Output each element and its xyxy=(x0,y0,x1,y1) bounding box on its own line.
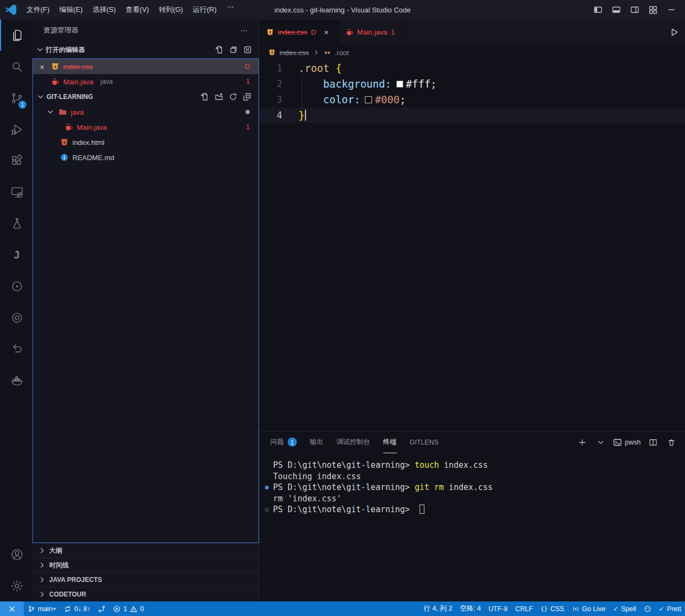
section-codetour[interactable]: CODETOUR xyxy=(32,587,259,601)
indentation-setting[interactable]: 空格: 4 xyxy=(456,601,485,616)
terminal-line: Touching index.css xyxy=(273,471,685,482)
activity-account[interactable] xyxy=(0,539,32,570)
close-editor-icon[interactable]: × xyxy=(37,62,47,71)
menu-more[interactable]: ⋯ xyxy=(221,3,239,17)
toggle-sidebar-button[interactable] xyxy=(590,3,606,17)
activity-testing[interactable] xyxy=(0,208,32,239)
color-swatch-white[interactable] xyxy=(396,81,403,88)
terminal-profile-dropdown[interactable] xyxy=(595,436,607,449)
close-tab-icon[interactable]: × xyxy=(321,27,332,37)
kill-terminal-button[interactable] xyxy=(665,436,677,449)
breadcrumb-file[interactable]: index.css xyxy=(280,49,309,57)
scm-graph-button[interactable] xyxy=(94,601,109,616)
go-live-button[interactable]: Go Live xyxy=(568,601,609,616)
toggle-panel-button[interactable] xyxy=(608,3,624,17)
folder-name: java xyxy=(71,108,84,116)
new-file-icon xyxy=(215,45,224,54)
project-section-header[interactable]: GIT-LEARNING xyxy=(33,89,258,104)
codetour-arrow-icon xyxy=(10,342,24,356)
extension-status-button[interactable] xyxy=(640,601,655,616)
close-all-editors-button[interactable] xyxy=(241,44,254,56)
activity-gradle[interactable] xyxy=(0,270,32,302)
section-outline[interactable]: 大纲 xyxy=(32,543,259,558)
activity-extensions[interactable] xyxy=(0,145,32,176)
activity-record[interactable] xyxy=(0,302,32,333)
spell-checker-status[interactable]: ✓ Spell xyxy=(609,601,640,616)
code-editor[interactable]: 1 .root { 2 background : #fff ; 3 color … xyxy=(260,61,685,431)
sync-status[interactable]: 0↓ 8↑ xyxy=(60,601,94,616)
tree-file-index-html[interactable]: 5 index.html xyxy=(33,135,258,150)
section-java-projects[interactable]: JAVA PROJECTS xyxy=(32,572,259,587)
indent-guide xyxy=(298,76,323,92)
activity-codetour[interactable] xyxy=(0,333,32,365)
encoding-label: UTF-8 xyxy=(489,605,508,613)
explorer-icon xyxy=(10,29,24,42)
collapse-folders-button[interactable] xyxy=(241,91,253,103)
error-count: 1 xyxy=(123,605,127,613)
menu-goto[interactable]: 转到(G) xyxy=(154,3,188,17)
new-untitled-file-button[interactable] xyxy=(213,44,225,56)
open-editor-index-css[interactable]: × 3 index.css D xyxy=(33,59,258,74)
tab-main-java[interactable]: Main.java 1 xyxy=(339,19,402,44)
panel-tab-debug-console[interactable]: 调试控制台 xyxy=(336,432,370,453)
toggle-secondary-sidebar-button[interactable] xyxy=(627,3,643,17)
new-file-button[interactable] xyxy=(198,91,211,103)
tab-index-css[interactable]: 3 index.css D × xyxy=(260,19,339,44)
language-mode[interactable]: {} CSS xyxy=(537,601,568,616)
problems-badge: 1 xyxy=(246,123,250,131)
menu-view[interactable]: 查看(V) xyxy=(121,3,154,17)
open-editors-header[interactable]: 打开的编辑器 xyxy=(32,41,259,58)
minimize-button[interactable] xyxy=(663,3,680,17)
branch-status[interactable]: main+ xyxy=(24,601,60,616)
chevron-right-icon xyxy=(38,561,46,569)
prettier-status[interactable]: ✓ Prett xyxy=(655,601,685,616)
css-property-token: background xyxy=(323,76,385,92)
activity-settings[interactable] xyxy=(0,570,32,601)
activity-source-control[interactable]: 1 xyxy=(0,82,32,114)
activity-explorer[interactable] xyxy=(0,19,32,51)
split-terminal-button[interactable] xyxy=(647,436,659,449)
customize-layout-button[interactable] xyxy=(645,3,661,17)
tree-file-readme[interactable]: README.md xyxy=(33,150,258,165)
run-file-button[interactable] xyxy=(663,19,685,44)
menu-run[interactable]: 运行(R) xyxy=(188,3,221,17)
color-swatch-black[interactable] xyxy=(365,96,372,103)
panel-tab-problems[interactable]: 问题 1 xyxy=(270,432,297,453)
breadcrumb-symbol[interactable]: .root xyxy=(335,49,349,57)
activity-search[interactable] xyxy=(0,51,32,82)
tree-folder-java[interactable]: java xyxy=(33,104,258,120)
menu-edit[interactable]: 编辑(E) xyxy=(55,3,88,17)
menu-file[interactable]: 文件(F) xyxy=(22,3,55,17)
save-all-button[interactable] xyxy=(227,44,240,56)
menu-selection[interactable]: 选择(S) xyxy=(88,3,121,17)
encoding-setting[interactable]: UTF-8 xyxy=(485,601,511,616)
sidebar-more-actions[interactable]: ⋯ xyxy=(238,24,250,37)
problems-status[interactable]: 1 0 xyxy=(109,601,148,616)
new-terminal-button[interactable] xyxy=(576,436,589,449)
terminal-instance-pwsh[interactable]: pwsh xyxy=(613,438,641,447)
menubar: 文件(F) 编辑(E) 选择(S) 查看(V) 转到(G) 运行(R) ⋯ xyxy=(22,3,239,17)
open-editor-main-java[interactable]: Main.java java 1 xyxy=(33,74,258,89)
new-folder-button[interactable] xyxy=(212,91,225,103)
cursor-position[interactable]: 行 4, 列 2 xyxy=(420,601,456,616)
activity-remote-explorer[interactable] xyxy=(0,176,32,208)
panel-tab-terminal[interactable]: 终端 xyxy=(383,432,397,453)
tree-file-main-java[interactable]: Main.java 1 xyxy=(33,120,258,135)
panel-tab-gitlens[interactable]: GITLENS xyxy=(410,432,439,453)
terminal-output[interactable]: PS D:\git\note\git-learning> touch index… xyxy=(260,453,685,601)
svg-text:5: 5 xyxy=(63,140,65,145)
trash-icon xyxy=(667,438,676,447)
eol-setting[interactable]: CRLF xyxy=(511,601,537,616)
info-file-icon xyxy=(60,153,69,162)
vscode-logo xyxy=(0,4,22,16)
activity-docker[interactable] xyxy=(0,365,32,396)
refresh-explorer-button[interactable] xyxy=(227,91,239,103)
activity-run-debug[interactable] xyxy=(0,114,32,145)
remote-icon xyxy=(8,605,16,613)
section-timeline[interactable]: 时间线 xyxy=(32,558,259,572)
panel-tab-label: 问题 xyxy=(270,438,284,447)
remote-indicator[interactable] xyxy=(0,601,24,616)
panel-tab-label: 终端 xyxy=(383,438,397,447)
activity-java[interactable]: J xyxy=(0,239,32,270)
panel-tab-output[interactable]: 输出 xyxy=(310,432,323,453)
